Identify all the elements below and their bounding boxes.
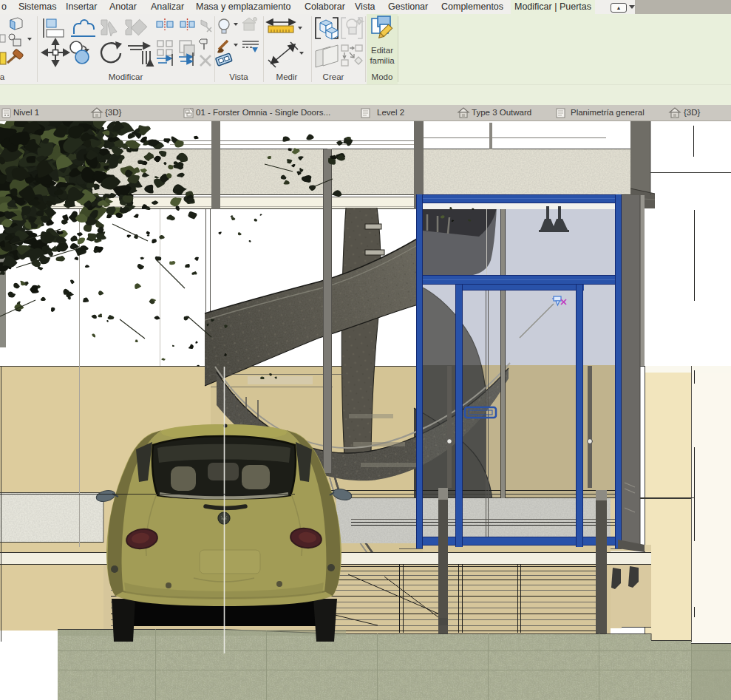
svg-text:Crear: Crear	[323, 72, 344, 81]
svg-text:familia: familia	[370, 56, 395, 65]
svg-text:Modificar: Modificar	[109, 72, 143, 81]
svg-text:Vista: Vista	[229, 72, 248, 81]
svg-text:Modo: Modo	[372, 72, 393, 81]
svg-text:a: a	[0, 72, 5, 81]
svg-text:Editar: Editar	[371, 46, 393, 55]
svg-text:Medir: Medir	[276, 72, 298, 81]
